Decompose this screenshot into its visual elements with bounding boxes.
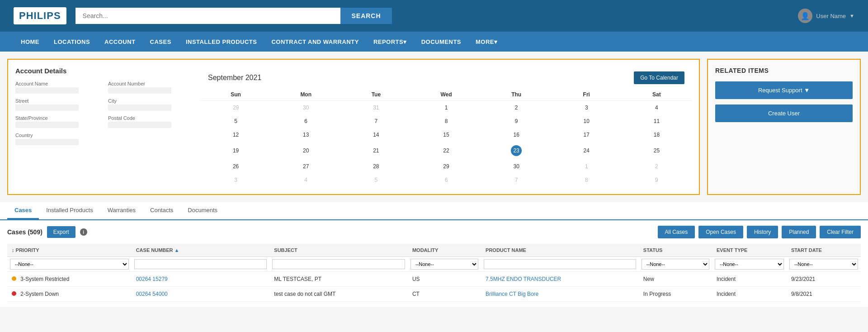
- col-product-name[interactable]: PRODUCT NAME: [481, 244, 639, 257]
- calendar-day[interactable]: 6: [411, 173, 481, 187]
- case-number-filter-input[interactable]: [134, 259, 267, 269]
- calendar-day[interactable]: 13: [271, 128, 341, 142]
- calendar-day[interactable]: 11: [622, 114, 692, 128]
- calendar-day[interactable]: 5: [341, 173, 411, 187]
- logo-text: PHILIPS: [19, 10, 61, 21]
- calendar-day[interactable]: 16: [481, 128, 552, 142]
- calendar-day[interactable]: 31: [341, 101, 411, 115]
- calendar-day[interactable]: 25: [622, 142, 692, 160]
- calendar-day[interactable]: 12: [201, 128, 271, 142]
- search-button[interactable]: SEARCH: [340, 8, 392, 24]
- col-start-date[interactable]: START DATE: [787, 244, 861, 257]
- related-items-title: RELATED ITEMS: [715, 67, 853, 74]
- clear-filter-button[interactable]: Clear Filter: [820, 226, 861, 238]
- request-support-button[interactable]: Request Support ▼: [715, 81, 853, 99]
- search-input[interactable]: [75, 8, 341, 24]
- nav-home[interactable]: HOME: [14, 32, 47, 52]
- calendar-day[interactable]: 8: [552, 173, 622, 187]
- tab-documents[interactable]: Documents: [180, 202, 225, 219]
- calendar-day[interactable]: 1: [552, 160, 622, 173]
- calendar-day[interactable]: 3: [552, 101, 622, 115]
- all-cases-button[interactable]: All Cases: [658, 226, 695, 238]
- calendar-day[interactable]: 9: [622, 173, 692, 187]
- calendar-day[interactable]: 18: [622, 128, 692, 142]
- export-button[interactable]: Export: [47, 226, 75, 238]
- calendar-day[interactable]: 29: [411, 160, 481, 173]
- status-cell: New: [639, 272, 712, 287]
- calendar-day[interactable]: 4: [622, 101, 692, 115]
- calendar-day[interactable]: 30: [481, 160, 552, 173]
- calendar-day[interactable]: 10: [552, 114, 622, 128]
- case-number-link[interactable]: 00264 54000: [136, 291, 168, 297]
- modality-filter-select[interactable]: --None--: [410, 259, 478, 270]
- col-priority[interactable]: ↕ PRIORITY: [7, 244, 132, 257]
- calendar-day[interactable]: 7: [481, 173, 552, 187]
- open-cases-button[interactable]: Open Cases: [698, 226, 743, 238]
- tab-cases[interactable]: Cases: [7, 202, 39, 219]
- calendar-day[interactable]: 28: [341, 160, 411, 173]
- calendar-day[interactable]: 30: [271, 101, 341, 115]
- col-modality[interactable]: MODALITY: [408, 244, 481, 257]
- product-name-link[interactable]: 7.5MHZ ENDO TRANSDUCER: [486, 276, 561, 282]
- priority-dot: [12, 291, 16, 296]
- case-number-link[interactable]: 00264 15279: [136, 276, 168, 282]
- planned-button[interactable]: Planned: [782, 226, 816, 238]
- status-value: New: [643, 276, 654, 282]
- calendar-day[interactable]: 23: [481, 142, 552, 160]
- calendar-day[interactable]: 1: [411, 101, 481, 115]
- calendar-day[interactable]: 22: [411, 142, 481, 160]
- subject-filter-input[interactable]: [272, 259, 405, 269]
- calendar-day[interactable]: 19: [201, 142, 271, 160]
- calendar-day[interactable]: 20: [271, 142, 341, 160]
- go-to-calendar-button[interactable]: Go To Calendar: [634, 71, 684, 84]
- calendar-day[interactable]: 27: [271, 160, 341, 173]
- calendar-day[interactable]: 7: [341, 114, 411, 128]
- calendar-day[interactable]: 9: [481, 114, 552, 128]
- calendar-day[interactable]: 29: [201, 101, 271, 115]
- nav-contract-warranty[interactable]: CONTRACT AND WARRANTY: [264, 32, 366, 52]
- product-name-filter-input[interactable]: [484, 259, 636, 269]
- nav-documents[interactable]: DOCUMENTS: [414, 32, 468, 52]
- event-type-cell: Incident: [712, 287, 787, 302]
- nav-reports[interactable]: REPORTS: [366, 32, 414, 52]
- tab-contacts[interactable]: Contacts: [143, 202, 180, 219]
- calendar-day[interactable]: 5: [201, 114, 271, 128]
- status-filter-select[interactable]: --None--: [642, 259, 709, 270]
- col-event-type[interactable]: EVENT TYPE: [712, 244, 787, 257]
- calendar-day[interactable]: 2: [622, 160, 692, 173]
- calendar-day[interactable]: 8: [411, 114, 481, 128]
- nav-more[interactable]: MORE: [468, 32, 505, 52]
- calendar-day[interactable]: 24: [552, 142, 622, 160]
- col-case-number[interactable]: CASE NUMBER ▲: [132, 244, 270, 257]
- avatar-icon: 👤: [801, 12, 810, 20]
- tab-warranties[interactable]: Warranties: [100, 202, 143, 219]
- start-date-filter-select[interactable]: --None--: [789, 259, 858, 270]
- nav-bar: HOME LOCATIONS ACCOUNT CASES INSTALLED P…: [0, 32, 868, 52]
- create-user-button[interactable]: Create User: [715, 104, 853, 122]
- calendar-day[interactable]: 3: [201, 173, 271, 187]
- calendar-day[interactable]: 4: [271, 173, 341, 187]
- account-calendar-row: Account Details Account Name Account Num…: [15, 67, 692, 187]
- calendar-header: September 2021 Go To Calendar: [201, 67, 692, 89]
- calendar-day[interactable]: 21: [341, 142, 411, 160]
- calendar-day[interactable]: 2: [481, 101, 552, 115]
- history-button[interactable]: History: [747, 226, 778, 238]
- col-subject[interactable]: SUBJECT: [269, 244, 408, 257]
- calendar-day[interactable]: 26: [201, 160, 271, 173]
- user-dropdown-icon[interactable]: ▼: [849, 13, 854, 19]
- cal-day-wed: Wed: [411, 89, 481, 101]
- calendar-day[interactable]: 14: [341, 128, 411, 142]
- calendar-day[interactable]: 6: [271, 114, 341, 128]
- calendar-day[interactable]: 15: [411, 128, 481, 142]
- col-status[interactable]: STATUS: [639, 244, 712, 257]
- nav-cases[interactable]: CASES: [143, 32, 179, 52]
- city-label: City: [108, 98, 187, 104]
- product-name-link[interactable]: Brilliance CT Big Bore: [486, 291, 538, 297]
- tab-installed-products[interactable]: Installed Products: [39, 202, 100, 219]
- calendar-day[interactable]: 17: [552, 128, 622, 142]
- nav-locations[interactable]: LOCATIONS: [47, 32, 97, 52]
- event-type-filter-select[interactable]: --None--: [715, 259, 784, 270]
- nav-account[interactable]: ACCOUNT: [97, 32, 143, 52]
- priority-filter-select[interactable]: --None--: [10, 259, 129, 270]
- nav-installed-products[interactable]: INSTALLED PRODUCTS: [179, 32, 264, 52]
